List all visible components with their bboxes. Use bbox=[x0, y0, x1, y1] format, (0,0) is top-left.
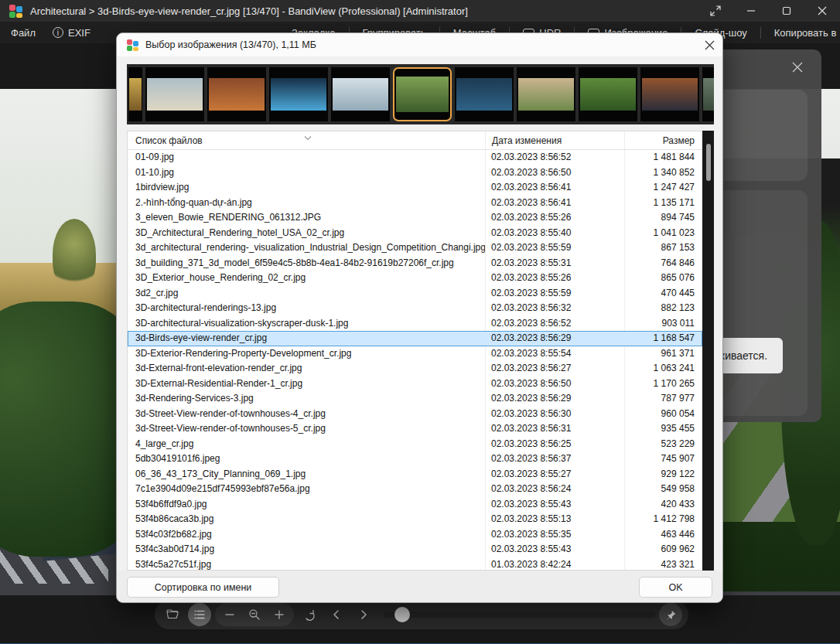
panel-card bbox=[713, 90, 808, 181]
table-row[interactable]: 3D-architectural-visualization-skyscrape… bbox=[128, 316, 702, 332]
file-list-header: Список файлов Дата изменения Размер bbox=[128, 131, 702, 150]
thumbnail[interactable] bbox=[579, 67, 637, 121]
minimize-button[interactable] bbox=[733, 0, 769, 22]
bandiview-window: Architectural > 3d-Birds-eye-view-render… bbox=[0, 0, 840, 644]
dialog-title: Выбор изображения (13/470), 1,11 МБ bbox=[145, 39, 316, 50]
thumbnail-image bbox=[580, 78, 636, 111]
next-image-icon[interactable] bbox=[352, 603, 375, 626]
zoom-magnifier-icon[interactable] bbox=[243, 603, 266, 626]
table-row[interactable]: 3D_Architectural_Rendering_hotel_USA_02_… bbox=[128, 226, 702, 241]
close-button[interactable] bbox=[804, 0, 840, 22]
table-row[interactable]: 53f4b86caca3b.jpg02.03.2023 8:55:131 412… bbox=[128, 512, 702, 527]
thumbnail-image bbox=[642, 78, 698, 111]
thumbnail-image bbox=[271, 78, 326, 111]
previous-image-icon[interactable] bbox=[325, 603, 348, 626]
table-row[interactable]: 53f4c03f2b682.jpg02.03.2023 8:55:35463 4… bbox=[128, 527, 702, 543]
thumbnail[interactable] bbox=[640, 67, 699, 121]
zoom-in-icon[interactable] bbox=[268, 603, 291, 626]
thumbnail[interactable] bbox=[207, 67, 266, 121]
maximize-button[interactable] bbox=[769, 0, 804, 22]
table-row[interactable]: 01-10.jpg02.03.2023 8:56:501 340 852 bbox=[128, 165, 702, 181]
thumbnail-image bbox=[147, 78, 203, 111]
dialog-close-icon[interactable] bbox=[696, 33, 722, 56]
table-row[interactable]: 7c1e3904d09e215df745993ebf87e56a.jpg02.0… bbox=[128, 482, 702, 497]
zoom-slider[interactable] bbox=[384, 603, 655, 626]
title-bar: Architectural > 3d-Birds-eye-view-render… bbox=[0, 0, 840, 22]
thumbnail[interactable] bbox=[331, 67, 390, 121]
dialog-logo-icon bbox=[127, 39, 138, 51]
thumbnail[interactable] bbox=[145, 67, 204, 121]
menu-file[interactable]: Файл bbox=[11, 27, 36, 39]
table-row[interactable]: 3d-Street-View-render-of-townhouses-5_cr… bbox=[128, 421, 702, 437]
thumbnail-image bbox=[396, 77, 449, 112]
sort-chevron-icon bbox=[304, 132, 312, 143]
thumbnail[interactable] bbox=[128, 67, 142, 121]
pin-toolbar-icon[interactable] bbox=[659, 603, 682, 626]
table-row[interactable]: 06_36_43_173_City_Planning_069_1.jpg02.0… bbox=[128, 467, 702, 482]
zoom-controls bbox=[215, 603, 294, 626]
window-title: Architectural > 3d-Birds-eye-view-render… bbox=[30, 5, 468, 17]
zoom-slider-thumb[interactable] bbox=[394, 607, 410, 622]
dialog-footer: Сортировка по имени OK bbox=[117, 571, 722, 603]
column-header-date[interactable]: Дата изменения bbox=[485, 131, 624, 149]
thumbnail-image bbox=[209, 78, 265, 111]
bottom-toolbar bbox=[155, 600, 688, 629]
thumbnail-image bbox=[703, 78, 714, 111]
table-row[interactable]: 3d-Rendering-Services-3.jpg02.03.2023 8:… bbox=[128, 391, 702, 407]
menu-item-копировать в[interactable]: Копировать в bbox=[760, 27, 840, 39]
scene-tree bbox=[53, 219, 96, 290]
open-folder-icon[interactable] bbox=[161, 603, 184, 626]
table-row[interactable]: 3d_architectural_rendering-_visualizatio… bbox=[128, 240, 702, 256]
info-circle-icon: i bbox=[53, 27, 63, 38]
thumbnail-strip bbox=[127, 64, 714, 124]
table-row[interactable]: 2.-hình-tổng-quan-dự-án.jpg02.03.2023 8:… bbox=[128, 196, 702, 211]
thumbnail[interactable] bbox=[269, 67, 328, 121]
thumbnail-selected[interactable] bbox=[393, 67, 452, 121]
thumbnail-image bbox=[333, 78, 388, 111]
table-row[interactable]: 3d_building_371_3d_model_6f59e4c5-8b8b-4… bbox=[128, 256, 702, 271]
file-list-rows: 01-09.jpg02.03.2023 8:56:521 481 84401-1… bbox=[128, 150, 702, 570]
file-list: Список файлов Дата изменения Размер 01-0… bbox=[127, 131, 702, 571]
thumbnail-image bbox=[129, 78, 142, 111]
ok-button[interactable]: OK bbox=[639, 577, 712, 598]
app-logo-icon bbox=[9, 5, 22, 18]
image-selection-dialog: Выбор изображения (13/470), 1,11 МБ Спис… bbox=[116, 32, 723, 603]
thumbnail-image bbox=[518, 78, 574, 111]
sort-by-name-button[interactable]: Сортировка по имени bbox=[127, 577, 279, 598]
panel-card bbox=[713, 190, 808, 416]
rotate-icon[interactable] bbox=[298, 603, 321, 626]
file-list-icon[interactable] bbox=[188, 603, 211, 626]
table-row[interactable]: 3D-Exterior-Rendering-Property-Developme… bbox=[128, 346, 702, 362]
table-row-selected[interactable]: 3d-Birds-eye-view-render_cr.jpg02.03.202… bbox=[128, 331, 702, 346]
table-row[interactable]: 53f4c5a27c51f.jpg01.03.2023 8:42:24423 3… bbox=[128, 557, 702, 571]
thumbnail-image bbox=[456, 78, 512, 111]
table-row[interactable]: 3d2_cr.jpg02.03.2023 8:55:59470 445 bbox=[128, 286, 702, 302]
column-header-size[interactable]: Размер bbox=[624, 131, 702, 149]
fullscreen-icon[interactable] bbox=[698, 0, 733, 22]
list-scrollbar[interactable] bbox=[702, 131, 714, 571]
panel-close-icon[interactable] bbox=[792, 62, 803, 76]
table-row[interactable]: 1birdview.jpg02.03.2023 8:56:411 247 427 bbox=[128, 180, 702, 196]
thumbnail[interactable] bbox=[702, 67, 714, 121]
table-row[interactable]: 4_large_cr.jpg02.03.2023 8:56:25523 229 bbox=[128, 437, 702, 452]
menu-exif[interactable]: i EXIF bbox=[53, 27, 90, 39]
table-row[interactable]: 3D_Exterior_house_Rendering_02_cr.jpg02.… bbox=[128, 271, 702, 286]
table-row[interactable]: 3d-External-front-elevation-render_cr.jp… bbox=[128, 361, 702, 377]
table-row[interactable]: 5db30419101f6.jpeg02.03.2023 8:56:37745 … bbox=[128, 451, 702, 467]
scrollbar-thumb[interactable] bbox=[706, 144, 711, 181]
table-row[interactable]: 3D-architectural-renderings-13.jpg02.03.… bbox=[128, 301, 702, 316]
table-row[interactable]: 01-09.jpg02.03.2023 8:56:521 481 844 bbox=[128, 150, 702, 165]
zoom-out-icon[interactable] bbox=[218, 603, 241, 626]
table-row[interactable]: 3d-Street-View-render-of-townhouses-4_cr… bbox=[128, 407, 702, 422]
thumbnail[interactable] bbox=[517, 67, 575, 121]
table-row[interactable]: 53f4c3ab0d714.jpg02.03.2023 8:55:43609 9… bbox=[128, 542, 702, 557]
zoom-slider-track[interactable] bbox=[384, 612, 655, 618]
table-row[interactable]: 3D-External-Residential-Render-1_cr.jpg0… bbox=[128, 377, 702, 392]
thumbnail[interactable] bbox=[455, 67, 514, 121]
dialog-header: Выбор изображения (13/470), 1,11 МБ bbox=[117, 33, 722, 56]
table-row[interactable]: 3_eleven_Bowie_RENDERING_061312.JPG02.03… bbox=[128, 210, 702, 226]
table-row[interactable]: 53f4b6ffdf9a0.jpg02.03.2023 8:55:43420 4… bbox=[128, 497, 702, 513]
